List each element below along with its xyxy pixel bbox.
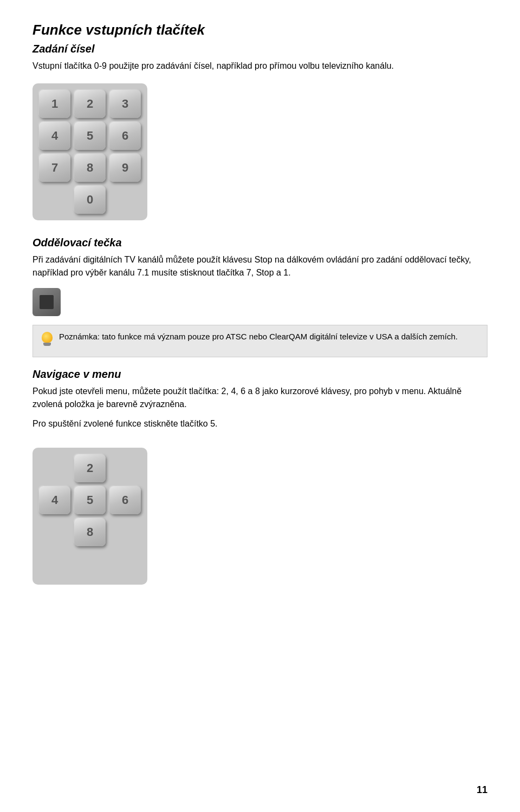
num-btn-4: 4: [39, 122, 70, 150]
nav-grid: 2 4 5 6 8: [39, 454, 141, 578]
nav-btn-up: 2: [74, 454, 106, 482]
nav-numpad: 2 4 5 6 8: [32, 448, 147, 585]
note-text: Poznámka: tato funkce má význam pouze pr…: [59, 331, 458, 343]
nav-btn-right: 6: [109, 486, 141, 514]
section-dot-heading: Oddělovací tečka: [32, 237, 487, 249]
section-numbers: Zadání čísel Vstupní tlačítka 0-9 použij…: [32, 43, 487, 220]
num-btn-6: 6: [109, 122, 141, 150]
section-dot-paragraph: Při zadávání digitálních TV kanálů můžet…: [32, 253, 487, 279]
section-numbers-paragraph: Vstupní tlačítka 0-9 použijte pro zadává…: [32, 60, 487, 73]
numpad-grid: 1 2 3 4 5 6 7 8 9: [39, 90, 141, 182]
num-btn-3: 3: [109, 90, 141, 118]
num-btn-1: 1: [39, 90, 70, 118]
section-nav-heading: Navigace v menu: [32, 368, 487, 381]
num-btn-8: 8: [74, 154, 106, 182]
bulb-base: [43, 343, 51, 346]
nav-btn-center: 5: [74, 486, 106, 514]
stop-square: [40, 295, 54, 309]
bulb-icon: [41, 332, 54, 351]
section-numbers-heading: Zadání čísel: [32, 43, 487, 55]
stop-icon: [32, 288, 61, 316]
section-nav-paragraph2: Pro spuštění zvolené funkce stiskněte tl…: [32, 417, 487, 430]
page-title: Funkce vstupních tlačítek: [32, 22, 487, 38]
numpad-container: 1 2 3 4 5 6 7 8 9 0: [32, 83, 487, 220]
numpad-zero-row: 0: [39, 186, 141, 214]
num-btn-0: 0: [74, 186, 106, 214]
note-box: Poznámka: tato funkce má význam pouze pr…: [32, 325, 487, 357]
num-btn-2: 2: [74, 90, 106, 118]
section-dot: Oddělovací tečka Při zadávání digitálníc…: [32, 237, 487, 357]
section-nav: Navigace v menu Pokud jste otevřeli menu…: [32, 368, 487, 585]
nav-btn-down: 8: [74, 518, 106, 546]
numpad-full: 1 2 3 4 5 6 7 8 9 0: [32, 83, 147, 220]
bulb-shape: [42, 332, 53, 343]
num-btn-9: 9: [109, 154, 141, 182]
num-btn-7: 7: [39, 154, 70, 182]
section-nav-paragraph1: Pokud jste otevřeli menu, můžete použít …: [32, 385, 487, 411]
stop-icon-container: [32, 288, 487, 316]
page-number: 11: [477, 784, 487, 796]
nav-btn-left: 4: [39, 486, 70, 514]
num-btn-5: 5: [74, 122, 106, 150]
